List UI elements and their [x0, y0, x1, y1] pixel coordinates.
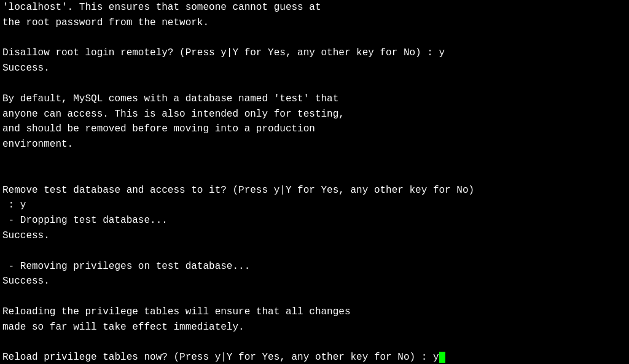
terminal-cursor [439, 352, 445, 363]
terminal-window: 'localhost'. This ensures that someone c… [0, 0, 629, 364]
terminal-output: 'localhost'. This ensures that someone c… [2, 0, 627, 364]
